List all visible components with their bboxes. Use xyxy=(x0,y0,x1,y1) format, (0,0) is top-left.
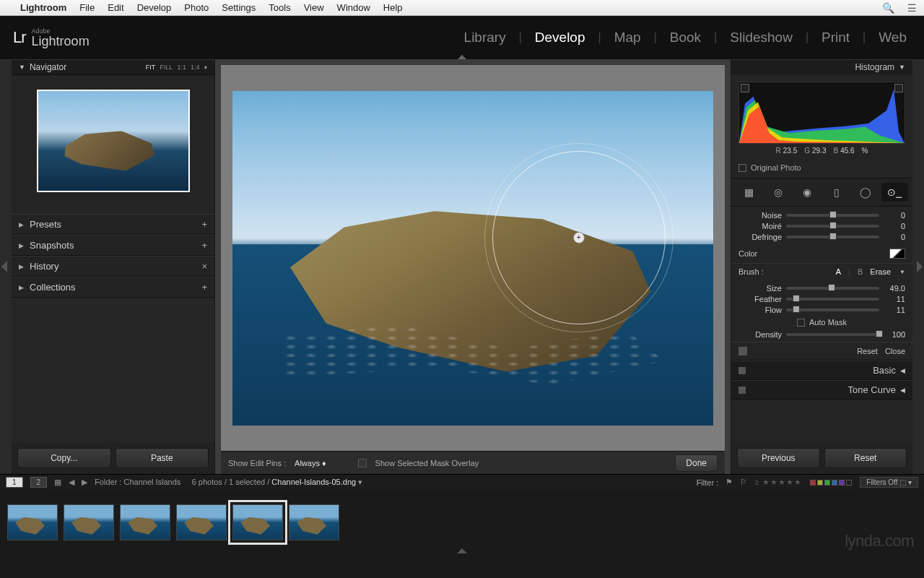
brush-b[interactable]: B xyxy=(855,267,866,276)
histogram-header[interactable]: Histogram ▼ xyxy=(731,59,912,74)
color-filter[interactable] xyxy=(809,478,853,487)
collections-panel[interactable]: ▶ Collections + xyxy=(12,277,214,298)
back-icon[interactable]: ◀ xyxy=(69,478,74,487)
filmstrip-thumb[interactable] xyxy=(64,504,114,540)
add-icon[interactable]: + xyxy=(201,219,207,230)
crop-tool-icon[interactable]: ▦ xyxy=(736,183,762,202)
module-web[interactable]: Web xyxy=(874,28,911,47)
flag-filter-icon[interactable]: ⚐ xyxy=(740,478,747,487)
fwd-icon[interactable]: ▶ xyxy=(82,478,87,487)
brush-close-link[interactable]: Close xyxy=(885,347,905,355)
expand-bottom-icon[interactable] xyxy=(457,548,467,553)
menubar-app[interactable]: Lightroom xyxy=(20,2,66,13)
menubar-item[interactable]: Photo xyxy=(184,2,209,13)
module-develop[interactable]: Develop xyxy=(531,28,590,47)
module-print[interactable]: Print xyxy=(817,28,854,47)
menubar-item[interactable]: Help xyxy=(383,2,403,13)
menubar-item[interactable]: Window xyxy=(337,2,370,13)
brush-header: Brush : A | B Erase ▼ xyxy=(731,263,912,280)
density-slider[interactable]: Density100 xyxy=(738,330,905,339)
filmstrip-thumb[interactable] xyxy=(176,504,227,540)
menubar-item[interactable]: View xyxy=(304,2,324,13)
filmstrip-thumb[interactable] xyxy=(120,504,170,540)
filmstrip-thumb[interactable] xyxy=(232,504,283,540)
chevron-down-icon[interactable]: ▼ xyxy=(899,269,905,275)
menubar-item[interactable]: Edit xyxy=(108,2,123,13)
logo-name: Lightroom xyxy=(32,35,90,48)
defringe-slider[interactable]: Defringe0 xyxy=(738,233,905,241)
done-button[interactable]: Done xyxy=(675,454,718,472)
develop-toolbar: Show Edit Pins : Always ♦ Show Selected … xyxy=(221,451,725,474)
basic-panel[interactable]: Basic ◀ xyxy=(731,361,912,380)
copy-button[interactable]: Copy... xyxy=(17,448,111,468)
show-pins-value[interactable]: Always ♦ xyxy=(295,459,326,467)
filters-dropdown[interactable]: Filters Off ⬚ ▾ xyxy=(860,477,918,488)
expand-right-icon[interactable] xyxy=(917,261,923,272)
nav-fill[interactable]: FILL xyxy=(160,64,173,71)
module-library[interactable]: Library xyxy=(460,28,510,47)
menubar-item[interactable]: File xyxy=(79,2,95,13)
snapshots-panel[interactable]: ▶ Snapshots + xyxy=(12,235,214,256)
module-slideshow[interactable]: Slideshow xyxy=(725,28,797,47)
radial-tool-icon[interactable]: ◯ xyxy=(852,183,879,202)
menubar-item[interactable]: Tools xyxy=(269,2,290,13)
chevron-right-icon: ▶ xyxy=(19,263,24,270)
histogram[interactable] xyxy=(738,82,905,144)
paste-button[interactable]: Paste xyxy=(116,448,209,468)
rating-filter[interactable]: ≥ ★★★★★ xyxy=(754,478,802,487)
nav-ratio-menu-icon[interactable]: ♦ xyxy=(204,64,207,71)
history-panel[interactable]: ▶ History × xyxy=(12,256,214,277)
navigator-header[interactable]: ▼ Navigator FIT FILL 1:1 1:4 ♦ xyxy=(12,59,214,75)
filmstrip-thumb[interactable] xyxy=(289,504,339,540)
module-book[interactable]: Book xyxy=(666,28,705,47)
brush-reset-link[interactable]: Reset xyxy=(857,347,878,355)
flag-filter-icon[interactable]: ⚑ xyxy=(725,478,733,487)
original-photo-toggle[interactable]: Original Photo xyxy=(731,160,912,178)
nav-ratio[interactable]: 1:4 xyxy=(191,64,200,71)
flow-slider[interactable]: Flow11 xyxy=(738,306,905,314)
size-slider[interactable]: Size49.0 xyxy=(738,284,905,293)
logo: Lr Adobe Lightroom xyxy=(13,28,90,48)
brush-tool-icon[interactable]: ⊙⎯ xyxy=(881,183,908,202)
add-icon[interactable]: + xyxy=(201,240,207,251)
search-icon[interactable]: 🔍 xyxy=(882,2,894,14)
color-picker-row[interactable]: Color xyxy=(731,244,912,263)
page-2[interactable]: 2 xyxy=(30,477,48,488)
presets-panel[interactable]: ▶ Presets + xyxy=(12,214,214,235)
moire-slider[interactable]: Moiré0 xyxy=(738,222,905,230)
spot-tool-icon[interactable]: ◎ xyxy=(764,183,791,202)
module-map[interactable]: Map xyxy=(610,28,645,47)
nav-fit[interactable]: FIT xyxy=(146,64,156,71)
breadcrumb[interactable]: Folder : Channel Islands 6 photos / 1 se… xyxy=(95,478,362,487)
color-swatch-icon[interactable] xyxy=(889,249,905,259)
clear-icon[interactable]: × xyxy=(201,261,207,272)
reset-button[interactable]: Reset xyxy=(824,448,907,468)
brush-a[interactable]: A xyxy=(833,267,844,276)
navigator-thumb xyxy=(37,90,190,192)
tonecurve-panel[interactable]: Tone Curve ◀ xyxy=(731,380,912,400)
page-1[interactable]: 1 xyxy=(6,477,23,488)
panel-switch-icon[interactable] xyxy=(738,387,746,394)
brush-erase[interactable]: Erase xyxy=(870,267,891,276)
filter-label: Filter : xyxy=(697,478,719,487)
overlay-checkbox[interactable] xyxy=(358,459,367,467)
feather-slider[interactable]: Feather11 xyxy=(738,295,905,303)
expand-left-icon[interactable] xyxy=(1,261,7,272)
panel-switch-icon[interactable] xyxy=(738,347,747,355)
canvas[interactable]: + xyxy=(221,65,725,451)
panel-switch-icon[interactable] xyxy=(738,367,746,374)
menubar-item[interactable]: Develop xyxy=(137,2,172,13)
module-picker: Library| Develop| Map| Book| Slideshow| … xyxy=(460,28,911,47)
grid-icon[interactable]: ▦ xyxy=(54,478,61,487)
gradient-tool-icon[interactable]: ▯ xyxy=(823,183,850,202)
redeye-tool-icon[interactable]: ◉ xyxy=(794,183,821,202)
previous-button[interactable]: Previous xyxy=(737,448,820,468)
menubar-item[interactable]: Settings xyxy=(222,2,256,13)
filmstrip-thumb[interactable] xyxy=(7,504,58,540)
automask-checkbox[interactable]: Auto Mask xyxy=(738,316,905,328)
noise-slider[interactable]: Noise0 xyxy=(738,211,905,220)
navigator-preview[interactable] xyxy=(12,75,214,214)
list-icon[interactable]: ☰ xyxy=(907,2,917,14)
add-icon[interactable]: + xyxy=(201,282,207,293)
nav-one[interactable]: 1:1 xyxy=(177,64,186,71)
